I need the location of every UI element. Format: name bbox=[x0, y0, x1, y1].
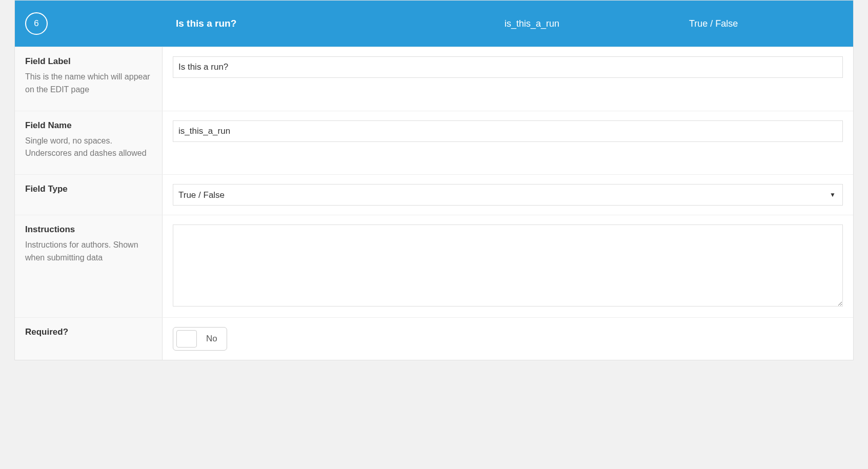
side-title: Field Label bbox=[25, 56, 152, 67]
side-title: Field Name bbox=[25, 120, 152, 131]
row-value: True / False ▼ bbox=[163, 175, 853, 215]
row-required: Required? No bbox=[15, 317, 853, 360]
header-field-label: Is this a run? bbox=[48, 18, 504, 29]
field-label-input[interactable] bbox=[173, 56, 843, 78]
required-toggle-text: No bbox=[206, 334, 217, 344]
row-field-label: Field Label This is the name which will … bbox=[15, 47, 853, 111]
row-side: Field Name Single word, no spaces. Under… bbox=[15, 111, 163, 175]
header-field-name: is_this_a_run bbox=[504, 18, 689, 29]
field-type-select[interactable]: True / False bbox=[173, 184, 843, 206]
toggle-knob-icon bbox=[176, 330, 197, 348]
field-header-bar[interactable]: 6 Is this a run? is_this_a_run True / Fa… bbox=[15, 1, 853, 47]
row-field-type: Field Type True / False ▼ bbox=[15, 174, 853, 215]
field-editor-panel: 6 Is this a run? is_this_a_run True / Fa… bbox=[14, 0, 854, 360]
field-name-input[interactable] bbox=[173, 120, 843, 142]
required-toggle[interactable]: No bbox=[173, 327, 227, 351]
row-side: Instructions Instructions for authors. S… bbox=[15, 215, 163, 317]
row-field-name: Field Name Single word, no spaces. Under… bbox=[15, 111, 853, 175]
header-field-type: True / False bbox=[689, 18, 843, 29]
side-title: Field Type bbox=[25, 184, 152, 194]
row-value: No bbox=[163, 318, 853, 360]
row-side: Field Type bbox=[15, 175, 163, 215]
side-title: Required? bbox=[25, 327, 152, 337]
side-desc: Single word, no spaces. Underscores and … bbox=[25, 135, 152, 160]
row-value bbox=[163, 111, 853, 175]
row-side: Required? bbox=[15, 318, 163, 360]
row-value bbox=[163, 215, 853, 317]
instructions-textarea[interactable] bbox=[173, 225, 843, 307]
row-side: Field Label This is the name which will … bbox=[15, 47, 163, 111]
row-value bbox=[163, 47, 853, 111]
row-instructions: Instructions Instructions for authors. S… bbox=[15, 215, 853, 317]
side-desc: This is the name which will appear on th… bbox=[25, 71, 152, 96]
field-order-number: 6 bbox=[34, 18, 38, 29]
side-desc: Instructions for authors. Shown when sub… bbox=[25, 239, 152, 264]
side-title: Instructions bbox=[25, 225, 152, 235]
field-order-badge: 6 bbox=[25, 12, 48, 35]
field-type-select-wrap: True / False ▼ bbox=[173, 184, 843, 206]
